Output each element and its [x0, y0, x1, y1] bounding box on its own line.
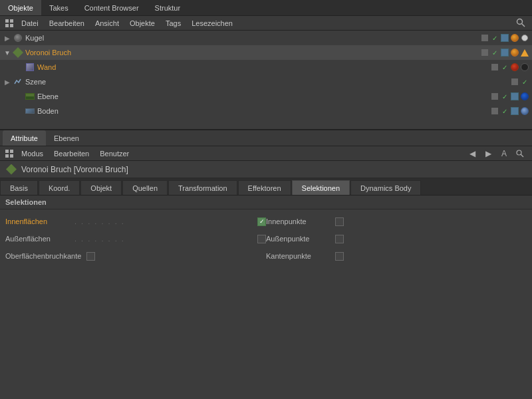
attr-tab-attribute[interactable]: Attribute	[3, 130, 46, 146]
svg-rect-9	[10, 154, 13, 158]
szene-icon	[12, 76, 24, 87]
sel-item-oberflaechenbruchkante: Oberflächenbruchkante	[5, 249, 266, 263]
menu-tags[interactable]: Tags	[160, 18, 186, 29]
attr-menu-bar: Modus Bearbeiten Benutzer ◀ ▶ A	[0, 146, 532, 161]
tag-icon6	[510, 106, 519, 116]
tag-check6: ✓	[500, 106, 509, 116]
prop-tab-transformation[interactable]: Transformation	[168, 180, 237, 195]
tag-gray1	[480, 33, 489, 43]
innenpunkte-checkbox[interactable]	[335, 217, 344, 226]
tag-triangle	[520, 48, 529, 57]
menu-lesezeichen[interactable]: Lesezeichen	[186, 18, 238, 29]
tag-sphere1	[510, 33, 519, 43]
prop-tab-effektoren[interactable]: Effektoren	[238, 180, 291, 195]
wand-icon	[24, 62, 36, 72]
innenflaechen-checkbox[interactable]: ✓	[257, 217, 266, 226]
ebene-tags: ✓	[490, 92, 529, 101]
oberflaechenbruchkante-label: Oberflächenbruchkante	[5, 252, 81, 260]
tree-row-kugel[interactable]: ▶ Kugel ✓	[0, 31, 532, 45]
nav-search-icon[interactable]	[513, 148, 527, 160]
prop-tab-objekt[interactable]: Objekt	[80, 180, 122, 195]
prop-tab-koord[interactable]: Koord.	[39, 180, 80, 195]
nav-right-icon[interactable]: ▶	[481, 148, 495, 160]
kugel-icon	[12, 33, 24, 43]
sel-item-aussenflaechen: Außenflächen . . . . . . . .	[5, 232, 266, 245]
svg-rect-1	[10, 19, 13, 23]
prop-tab-basis[interactable]: Basis	[0, 180, 38, 195]
kugel-tags: ✓	[480, 33, 529, 43]
expand-kugel[interactable]: ▶	[3, 35, 12, 42]
voronoi-label: Voronoi Bruch	[25, 49, 480, 57]
boden-tags: ✓	[490, 106, 529, 116]
oberflaechenbruchkante-checkbox[interactable]	[86, 252, 95, 261]
menu-ansicht[interactable]: Ansicht	[90, 18, 124, 29]
tag-sphere2	[510, 48, 519, 57]
attr-menu-grid-icon[interactable]	[4, 148, 15, 159]
kantenpunkte-checkbox[interactable]	[335, 252, 344, 261]
wand-tags: ✓	[490, 63, 529, 72]
aussenflaechen-dots: . . . . . . . .	[74, 235, 255, 243]
tag-check2: ✓	[490, 48, 499, 57]
menu-bearbeiten[interactable]: Bearbeiten	[44, 18, 90, 29]
sel-item-innenflaechen: Innenflächen . . . . . . . . ✓	[5, 215, 266, 228]
aussenflaechen-label: Außenflächen	[5, 235, 72, 243]
tree-row-voronoi[interactable]: ▼ Voronoi Bruch ✓	[0, 45, 532, 60]
svg-rect-3	[10, 24, 13, 27]
svg-rect-6	[5, 150, 9, 153]
svg-rect-7	[10, 150, 13, 153]
tree-row-szene[interactable]: ▶ Szene ✓	[0, 74, 532, 89]
top-tab-bar: Objekte Takes Content Browser Struktur	[0, 0, 532, 16]
tree-row-boden[interactable]: Boden ✓	[0, 104, 532, 118]
attr-menu-modus[interactable]: Modus	[16, 148, 49, 159]
menu-grid-icon[interactable]	[4, 18, 15, 29]
tag-gray5	[490, 92, 499, 101]
svg-rect-8	[5, 154, 9, 158]
expand-voronoi[interactable]: ▼	[3, 49, 12, 57]
svg-line-11	[521, 154, 523, 157]
search-icon[interactable]	[512, 17, 529, 30]
attr-nav-icons: ◀ ▶ A	[466, 148, 529, 160]
tree-row-wand[interactable]: Wand ✓	[0, 60, 532, 74]
attr-menu-benutzer[interactable]: Benutzer	[94, 148, 134, 159]
tag-gray2	[480, 48, 489, 57]
innenpunkte-label: Innenpunkte	[266, 217, 332, 225]
sel-item-aussenpunkte: Außenpunkte	[266, 232, 527, 245]
attr-tabs-row: Attribute Ebenen	[0, 130, 532, 146]
menu-bar: Datei Bearbeiten Ansicht Objekte Tags Le…	[0, 16, 532, 31]
tab-objekte[interactable]: Objekte	[0, 0, 41, 15]
tab-struktur[interactable]: Struktur	[147, 0, 189, 15]
expand-szene[interactable]: ▶	[3, 78, 12, 86]
innenflaechen-dots: . . . . . . . .	[74, 217, 255, 225]
object-title-label: Voronoi Bruch [Voronoi Bruch]	[21, 165, 128, 174]
svg-line-5	[522, 23, 525, 27]
menu-datei[interactable]: Datei	[16, 18, 44, 29]
tag-icon5	[510, 92, 519, 101]
tag-icon1	[500, 33, 509, 43]
tag-mat2	[520, 92, 529, 101]
aussenflaechen-checkbox[interactable]	[257, 235, 266, 243]
prop-tabs: Basis Koord. Objekt Quellen Transformati…	[0, 178, 532, 196]
tag-gray4	[510, 77, 519, 86]
aussenpunkte-checkbox[interactable]	[335, 235, 344, 243]
selektionen-section-header: Selektionen	[0, 196, 532, 209]
prop-tab-dynamics[interactable]: Dynamics Body	[350, 180, 421, 195]
tag-check3: ✓	[500, 63, 509, 72]
nav-text-icon[interactable]: A	[497, 148, 511, 160]
voronoi-icon	[12, 47, 24, 58]
tree-row-ebene[interactable]: Ebene ✓	[0, 89, 532, 104]
tag-circle-dark	[520, 63, 529, 72]
tab-content-browser[interactable]: Content Browser	[76, 0, 147, 15]
tab-takes[interactable]: Takes	[41, 0, 76, 15]
svg-rect-2	[5, 24, 9, 27]
tag-gray6	[490, 106, 499, 116]
object-title-bar: Voronoi Bruch [Voronoi Bruch]	[0, 161, 532, 178]
tag-mat1	[510, 63, 519, 72]
tag-icon2	[500, 48, 509, 57]
prop-tab-selektionen[interactable]: Selektionen	[292, 180, 350, 195]
attr-menu-bearbeiten[interactable]: Bearbeiten	[49, 148, 94, 159]
prop-tab-quellen[interactable]: Quellen	[122, 180, 168, 195]
attr-tab-ebenen[interactable]: Ebenen	[46, 130, 87, 146]
nav-left-icon[interactable]: ◀	[466, 148, 479, 160]
menu-objekte[interactable]: Objekte	[124, 18, 160, 29]
ebene-label: Ebene	[37, 92, 490, 100]
